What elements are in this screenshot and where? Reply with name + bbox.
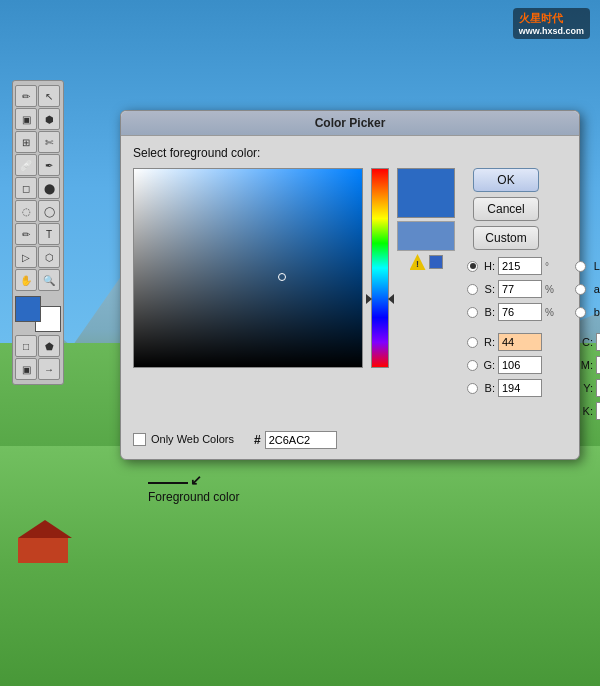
hex-input[interactable] bbox=[265, 431, 337, 449]
logo-text: 火星时代 bbox=[519, 12, 563, 24]
dialog-prompt: Select foreground color: bbox=[133, 146, 567, 160]
house-body bbox=[18, 538, 68, 563]
field-row-a: a: bbox=[575, 279, 600, 299]
tool-zoom[interactable]: 🔍 bbox=[38, 269, 60, 291]
field-row-b: B: % bbox=[467, 302, 559, 322]
input-s[interactable] bbox=[498, 280, 542, 298]
tool-brush[interactable]: ✏ bbox=[15, 85, 37, 107]
radio-blab[interactable] bbox=[575, 307, 586, 318]
dialog-main: ! OK Cancel Custom bbox=[133, 168, 567, 421]
label-s: S: bbox=[481, 283, 495, 295]
unit-b: % bbox=[545, 307, 559, 318]
hue-strip[interactable] bbox=[371, 168, 389, 368]
color-swatches bbox=[15, 296, 61, 332]
radio-l[interactable] bbox=[575, 261, 586, 272]
bottom-row: Only Web Colors # bbox=[133, 429, 567, 449]
toolbar-row-3: ⊞ ✄ bbox=[15, 131, 61, 153]
label-r: R: bbox=[481, 336, 495, 348]
radio-a[interactable] bbox=[575, 284, 586, 295]
webcol-label: Only Web Colors bbox=[151, 433, 234, 445]
radio-s[interactable] bbox=[467, 284, 478, 295]
webcol-checkbox[interactable] bbox=[133, 433, 146, 446]
tool-std-mode[interactable]: □ bbox=[15, 335, 37, 357]
right-panel: OK Cancel Custom H: ° bbox=[467, 168, 600, 421]
tool-slice[interactable]: ✄ bbox=[38, 131, 60, 153]
input-c[interactable] bbox=[596, 333, 600, 351]
tool-eraser[interactable]: ◻ bbox=[15, 177, 37, 199]
hue-strip-container bbox=[371, 168, 389, 368]
label-h: H: bbox=[481, 260, 495, 272]
color-gradient-picker[interactable] bbox=[133, 168, 363, 368]
field-spacer bbox=[467, 325, 559, 329]
input-b[interactable] bbox=[498, 303, 542, 321]
radio-blue[interactable] bbox=[467, 383, 478, 394]
radio-r[interactable] bbox=[467, 337, 478, 348]
logo: 火星时代 www.hxsd.com bbox=[513, 8, 590, 39]
foreground-color-swatch[interactable] bbox=[15, 296, 41, 322]
field-row-l: L: bbox=[575, 256, 600, 276]
label-l: L: bbox=[589, 260, 600, 272]
tool-lasso[interactable]: ⬢ bbox=[38, 108, 60, 130]
label-a: a: bbox=[589, 283, 600, 295]
radio-h[interactable] bbox=[467, 261, 478, 272]
input-h[interactable] bbox=[498, 257, 542, 275]
toolbar-row-7: ✏ T bbox=[15, 223, 61, 245]
tool-crop[interactable]: ⊞ bbox=[15, 131, 37, 153]
input-blue[interactable] bbox=[498, 379, 542, 397]
tool-move[interactable]: ↖ bbox=[38, 85, 60, 107]
unit-s: % bbox=[545, 284, 559, 295]
tool-blur[interactable]: ◌ bbox=[15, 200, 37, 222]
toolbar: ✏ ↖ ▣ ⬢ ⊞ ✄ 🩹 ✒ ◻ ⬤ ◌ ◯ ✏ T ▷ ⬡ ✋ 🔍 □ ⬟ bbox=[12, 80, 64, 385]
field-row-c: C: % bbox=[575, 332, 600, 352]
tool-quick-mask[interactable]: ⬟ bbox=[38, 335, 60, 357]
field-row-blab: b: bbox=[575, 302, 600, 322]
tool-fill[interactable]: ⬤ bbox=[38, 177, 60, 199]
tool-dodge[interactable]: ◯ bbox=[38, 200, 60, 222]
fields-right: L: a: b: bbox=[575, 256, 600, 421]
cancel-button[interactable]: Cancel bbox=[473, 197, 539, 221]
toolbar-row-mask: □ ⬟ bbox=[15, 335, 61, 357]
tool-pen[interactable]: ✏ bbox=[15, 223, 37, 245]
input-g[interactable] bbox=[498, 356, 542, 374]
custom-button[interactable]: Custom bbox=[473, 226, 539, 250]
label-blue: B: bbox=[481, 382, 495, 394]
fields-left: H: ° S: % bbox=[467, 256, 559, 421]
radio-g[interactable] bbox=[467, 360, 478, 371]
field-row-h: H: ° bbox=[467, 256, 559, 276]
toolbar-row-2: ▣ ⬢ bbox=[15, 108, 61, 130]
warning-icon: ! bbox=[410, 254, 426, 270]
label-blab: b: bbox=[589, 306, 600, 318]
tool-clone[interactable]: ✒ bbox=[38, 154, 60, 176]
input-m[interactable] bbox=[596, 356, 600, 374]
tool-imagready[interactable]: → bbox=[38, 358, 60, 380]
tool-screen-mode[interactable]: ▣ bbox=[15, 358, 37, 380]
field-row-r: R: bbox=[467, 332, 559, 352]
input-r[interactable] bbox=[498, 333, 542, 351]
tool-path[interactable]: ▷ bbox=[15, 246, 37, 268]
tool-hand[interactable]: ✋ bbox=[15, 269, 37, 291]
input-y[interactable] bbox=[596, 379, 600, 397]
toolbar-row-5: ◻ ⬤ bbox=[15, 177, 61, 199]
tool-type[interactable]: T bbox=[38, 223, 60, 245]
tool-heal[interactable]: 🩹 bbox=[15, 154, 37, 176]
field-row-m: M: % bbox=[575, 355, 600, 375]
house bbox=[18, 523, 78, 563]
color-picker-dialog: Color Picker Select foreground color: bbox=[120, 110, 580, 460]
label-y: Y: bbox=[575, 382, 593, 394]
toolbar-row-4: 🩹 ✒ bbox=[15, 154, 61, 176]
toolbar-row-6: ◌ ◯ bbox=[15, 200, 61, 222]
radio-b[interactable] bbox=[467, 307, 478, 318]
tool-select-rect[interactable]: ▣ bbox=[15, 108, 37, 130]
dialog-titlebar: Color Picker bbox=[121, 111, 579, 136]
warning-row: ! bbox=[410, 254, 443, 270]
field-row-blue: B: bbox=[467, 378, 559, 398]
field-row-k: K: % bbox=[575, 401, 600, 421]
input-k[interactable] bbox=[596, 402, 600, 420]
hex-hash: # bbox=[254, 433, 261, 447]
web-safe-color-swatch[interactable] bbox=[429, 255, 443, 269]
tool-shape[interactable]: ⬡ bbox=[38, 246, 60, 268]
unit-h: ° bbox=[545, 261, 559, 272]
ok-button[interactable]: OK bbox=[473, 168, 539, 192]
fields-section: H: ° S: % bbox=[467, 256, 600, 421]
field-spacer2 bbox=[575, 325, 600, 329]
